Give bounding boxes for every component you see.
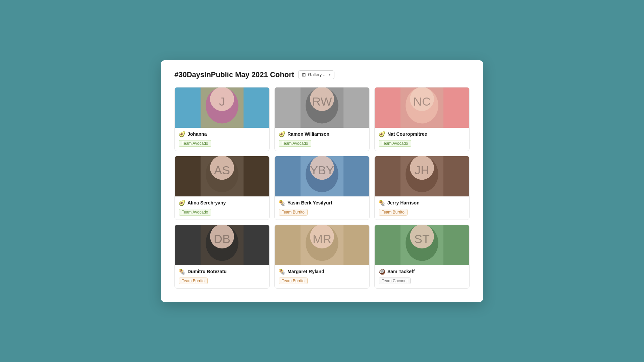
card-body-6: 🌯Jerry HarrisonTeam Burrito [375,196,469,220]
member-emoji-8: 🌯 [279,268,285,275]
member-name-row-9: 🥥Sam Tackeff [379,268,465,275]
view-label: Gallery ... [308,72,327,77]
member-photo-1: J [175,87,269,128]
card-2[interactable]: RW 🥑Ramon WilliamsonTeam Avocado [274,87,370,151]
member-emoji-3: 🥑 [379,131,385,137]
member-name-row-7: 🌯Dumitru Botezatu [179,268,265,275]
member-name-2: Ramon Williamson [287,131,329,137]
member-name-8: Margaret Ryland [287,269,324,274]
team-badge-1: Team Avocado [179,140,211,147]
card-7[interactable]: DB 🌯Dumitru BotezatuTeam Burrito [174,225,270,289]
team-badge-7: Team Burrito [179,278,208,284]
team-badge-9: Team Coconut [379,278,411,284]
card-1[interactable]: J 🥑JohannaTeam Avocado [174,87,270,151]
page-header: #30DaysInPublic May 2021 Cohort ⊞ Galler… [174,70,470,79]
card-body-7: 🌯Dumitru BotezatuTeam Burrito [175,265,269,288]
member-name-row-5: 🌯Yasin Berk Yesilyurt [279,200,365,206]
page-title: #30DaysInPublic May 2021 Cohort [174,70,294,79]
gallery-icon: ⊞ [302,72,306,77]
member-emoji-5: 🌯 [279,200,285,206]
member-photo-4: AS [175,156,269,196]
member-emoji-4: 🥑 [179,200,185,206]
member-photo-3: NC [375,87,469,128]
svg-text:ST: ST [414,232,430,245]
team-badge-4: Team Avocado [179,209,211,216]
card-body-3: 🥑Nat CouropmitreeTeam Avocado [375,128,469,151]
member-photo-8: MR [275,225,369,265]
member-photo-9: ST [375,225,469,265]
member-emoji-6: 🌯 [379,200,385,206]
member-name-1: Johanna [187,131,207,137]
member-emoji-9: 🥥 [379,268,385,275]
member-name-7: Dumitru Botezatu [187,269,227,274]
card-5[interactable]: YBY 🌯Yasin Berk YesilyurtTeam Burrito [274,156,370,220]
member-name-4: Alina Serebryany [187,200,226,205]
member-name-row-8: 🌯Margaret Ryland [279,268,365,275]
team-badge-3: Team Avocado [379,140,411,147]
member-emoji-1: 🥑 [179,131,185,137]
team-badge-6: Team Burrito [379,209,408,216]
svg-text:AS: AS [214,163,230,177]
member-emoji-7: 🌯 [179,268,185,275]
team-badge-5: Team Burrito [279,209,308,216]
svg-text:MR: MR [313,232,331,245]
card-body-9: 🥥Sam TackeffTeam Coconut [375,265,469,288]
member-name-5: Yasin Berk Yesilyurt [287,200,332,205]
member-name-row-2: 🥑Ramon Williamson [279,131,365,137]
card-6[interactable]: JH 🌯Jerry HarrisonTeam Burrito [374,156,470,220]
member-photo-2: RW [275,87,369,128]
card-body-2: 🥑Ramon WilliamsonTeam Avocado [275,128,369,151]
member-name-row-3: 🥑Nat Couropmitree [379,131,465,137]
gallery-grid: J 🥑JohannaTeam Avocado RW 🥑Ramon William… [174,87,470,289]
card-body-1: 🥑JohannaTeam Avocado [175,128,269,151]
member-name-row-1: 🥑Johanna [179,131,265,137]
member-name-3: Nat Couropmitree [387,131,427,137]
member-photo-5: YBY [275,156,369,196]
member-photo-7: DB [175,225,269,265]
card-body-5: 🌯Yasin Berk YesilyurtTeam Burrito [275,196,369,220]
svg-text:YBY: YBY [310,163,334,177]
card-3[interactable]: NC 🥑Nat CouropmitreeTeam Avocado [374,87,470,151]
member-name-row-6: 🌯Jerry Harrison [379,200,465,206]
member-emoji-2: 🥑 [279,131,285,137]
member-name-row-4: 🥑Alina Serebryany [179,200,265,206]
card-9[interactable]: ST 🥥Sam TackeffTeam Coconut [374,225,470,289]
svg-text:J: J [219,95,225,108]
svg-text:RW: RW [312,95,332,108]
svg-text:NC: NC [413,95,431,108]
card-body-4: 🥑Alina SerebryanyTeam Avocado [175,196,269,220]
card-8[interactable]: MR 🌯Margaret RylandTeam Burrito [274,225,370,289]
view-toggle-button[interactable]: ⊞ Gallery ... ▾ [298,70,334,79]
team-badge-2: Team Avocado [279,140,311,147]
svg-text:JH: JH [415,163,429,177]
card-4[interactable]: AS 🥑Alina SerebryanyTeam Avocado [174,156,270,220]
card-body-8: 🌯Margaret RylandTeam Burrito [275,265,369,288]
member-name-6: Jerry Harrison [387,200,420,205]
svg-text:DB: DB [214,232,230,245]
member-photo-6: JH [375,156,469,196]
member-name-9: Sam Tackeff [387,269,415,274]
chevron-down-icon: ▾ [329,72,331,77]
team-badge-8: Team Burrito [279,278,308,284]
app-window: #30DaysInPublic May 2021 Cohort ⊞ Galler… [161,60,483,302]
